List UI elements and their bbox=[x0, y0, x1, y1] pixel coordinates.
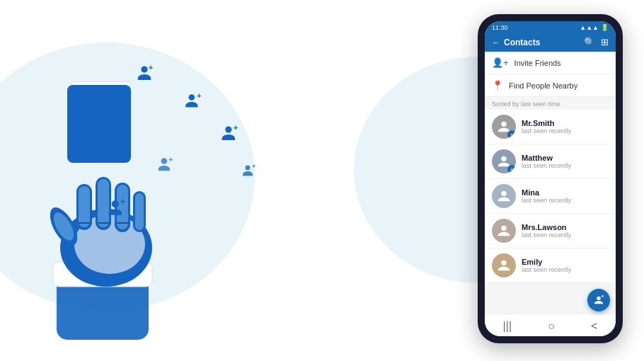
avatar-mina bbox=[492, 184, 516, 208]
invite-friends-item[interactable]: 👤+ Invite Friends bbox=[485, 52, 616, 74]
svg-point-32 bbox=[501, 226, 506, 231]
svg-point-0 bbox=[141, 66, 147, 72]
left-illustration: X + + + bbox=[14, 21, 354, 347]
svg-text:+: + bbox=[120, 198, 125, 207]
contact-name: Mrs.Lawson bbox=[522, 223, 609, 231]
nav-menu-icon[interactable]: ||| bbox=[503, 320, 512, 333]
battery-icon: 🔋 bbox=[601, 24, 609, 31]
status-time: 11:30 bbox=[492, 24, 508, 31]
svg-text:+: + bbox=[197, 92, 201, 100]
header-title: Contacts bbox=[504, 38, 540, 47]
find-people-item[interactable]: 📍 Find People Nearby bbox=[485, 74, 616, 97]
svg-text:+: + bbox=[252, 163, 255, 170]
svg-rect-19 bbox=[79, 186, 90, 227]
search-icon[interactable]: 🔍 bbox=[584, 37, 595, 47]
float-person-6: + bbox=[106, 198, 126, 222]
contact-name: Emily bbox=[522, 258, 609, 266]
find-people-label: Find People Nearby bbox=[509, 81, 577, 90]
status-bar: 11:30 ▲▲▲ 🔋 bbox=[485, 21, 616, 33]
float-person-2: + bbox=[184, 92, 202, 115]
app-header-right: 🔍 ⊞ bbox=[584, 37, 609, 47]
nav-home-icon[interactable]: ○ bbox=[548, 320, 555, 333]
contact-name: Mr.Smith bbox=[522, 119, 609, 127]
svg-point-2 bbox=[189, 94, 195, 101]
signal-icon: ▲▲▲ bbox=[580, 24, 599, 31]
avatar-mrslawson bbox=[492, 219, 516, 243]
contact-item-matthew[interactable]: + Matthew last seen recently bbox=[485, 144, 616, 179]
svg-point-8 bbox=[161, 158, 168, 164]
nav-bar: ||| ○ < bbox=[485, 314, 616, 336]
contact-info-emily: Emily last seen recently bbox=[522, 258, 609, 273]
svg-rect-25 bbox=[135, 193, 144, 230]
contact-info-mina: Mina last seen recently bbox=[522, 188, 609, 204]
contact-info-mrslawson: Mrs.Lawson last seen recently bbox=[522, 223, 609, 239]
contact-info-matthew: Matthew last seen recently bbox=[522, 154, 609, 169]
contact-status: last seen recently bbox=[522, 266, 609, 273]
contact-item-mrslawson[interactable]: Mrs.Lawson last seen recently bbox=[485, 214, 616, 248]
contact-name: Mina bbox=[522, 188, 609, 197]
avatar-badge: + bbox=[507, 130, 516, 139]
float-person-5: + bbox=[156, 156, 174, 178]
robot-hand bbox=[14, 106, 241, 347]
app-header: ← Contacts 🔍 ⊞ bbox=[485, 33, 616, 52]
float-person-4: + bbox=[241, 163, 258, 184]
location-icon: 📍 bbox=[492, 80, 503, 91]
avatar-badge: + bbox=[507, 165, 516, 173]
svg-point-34 bbox=[597, 297, 600, 300]
contact-status: last seen recently bbox=[522, 197, 609, 204]
float-person-1: + bbox=[134, 64, 154, 88]
contact-info-mrsmith: Mr.Smith last seen recently bbox=[522, 119, 609, 134]
phone-mockup: 11:30 ▲▲▲ 🔋 ← Contacts 🔍 ⊞ bbox=[478, 14, 623, 343]
svg-point-30 bbox=[501, 156, 506, 161]
avatar-matthew: + bbox=[492, 149, 516, 173]
section-label: Sorted by last seen time bbox=[485, 97, 616, 110]
svg-point-29 bbox=[501, 122, 506, 127]
screen-content: 👤+ Invite Friends 📍 Find People Nearby S… bbox=[485, 52, 616, 314]
svg-point-33 bbox=[501, 260, 506, 265]
svg-text:+: + bbox=[168, 156, 173, 164]
avatar-mrsmith: + bbox=[492, 115, 516, 139]
svg-text:+: + bbox=[601, 294, 604, 299]
app-header-left: ← Contacts bbox=[492, 38, 540, 47]
fab-add-contact[interactable]: + bbox=[587, 289, 610, 311]
svg-point-6 bbox=[246, 166, 251, 171]
contact-list: + Mr.Smith last seen recently + bbox=[485, 110, 616, 283]
contact-status: last seen recently bbox=[522, 162, 609, 169]
svg-point-10 bbox=[112, 200, 119, 207]
avatar-emily bbox=[492, 253, 516, 277]
contact-item-emily[interactable]: Emily last seen recently bbox=[485, 248, 616, 283]
contact-status: last seen recently bbox=[522, 127, 609, 134]
invite-friends-label: Invite Friends bbox=[514, 59, 561, 67]
svg-text:+: + bbox=[234, 124, 238, 132]
svg-point-31 bbox=[501, 191, 506, 196]
invite-icon: 👤+ bbox=[492, 57, 509, 68]
contact-name: Matthew bbox=[522, 154, 609, 162]
svg-point-4 bbox=[225, 126, 231, 132]
contact-item-mina[interactable]: Mina last seen recently bbox=[485, 179, 616, 214]
status-icons: ▲▲▲ 🔋 bbox=[580, 24, 609, 31]
nav-back-icon[interactable]: < bbox=[591, 320, 597, 333]
svg-text:+: + bbox=[149, 64, 154, 71]
float-person-3: + bbox=[219, 124, 239, 148]
back-icon[interactable]: ← bbox=[492, 38, 500, 47]
contact-item-mrsmith[interactable]: + Mr.Smith last seen recently bbox=[485, 110, 616, 144]
filter-icon[interactable]: ⊞ bbox=[601, 37, 609, 47]
contact-status: last seen recently bbox=[522, 231, 609, 239]
